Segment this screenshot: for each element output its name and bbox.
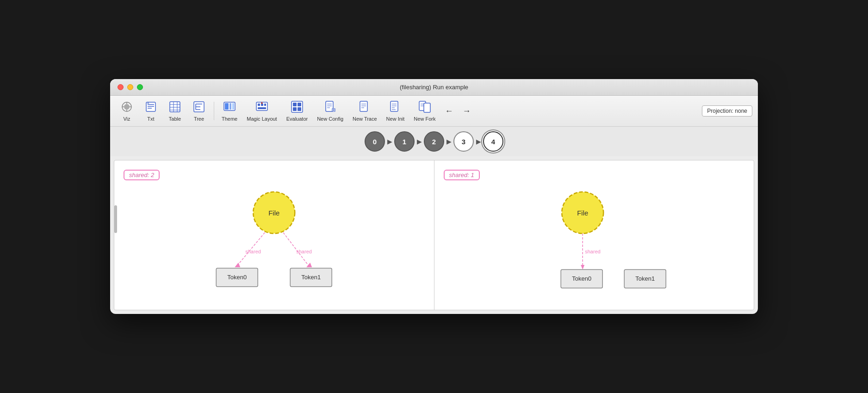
- maximize-button[interactable]: [137, 84, 143, 90]
- svg-text:shared: shared: [245, 249, 261, 254]
- node-0-label: 0: [373, 138, 377, 146]
- projection-button[interactable]: Projection: none: [702, 105, 752, 117]
- svg-marker-63: [306, 263, 312, 267]
- svg-rect-24: [229, 103, 231, 110]
- separator-1: [214, 102, 214, 120]
- new-fork-icon: [418, 100, 431, 115]
- new-fork-button[interactable]: New Fork: [410, 98, 439, 123]
- back-arrow-icon: ←: [445, 106, 453, 116]
- new-trace-icon: [358, 100, 371, 115]
- svg-rect-36: [298, 107, 301, 111]
- left-edge-token0: shared: [235, 233, 265, 267]
- svg-rect-25: [232, 103, 234, 110]
- node-3-label: 3: [462, 138, 465, 146]
- left-graph: File shared shared: [124, 180, 425, 301]
- minimize-button[interactable]: [127, 84, 133, 90]
- trace-node-4[interactable]: 4: [483, 131, 503, 152]
- tree-button[interactable]: Tree: [188, 98, 210, 123]
- svg-rect-23: [225, 103, 229, 110]
- evaluator-label: Evaluator: [286, 116, 308, 122]
- forward-arrow-icon: →: [462, 106, 471, 116]
- node-1-label: 1: [403, 138, 406, 146]
- evaluator-icon: [291, 100, 304, 115]
- new-init-icon: [389, 100, 402, 115]
- toolbar: Viz A Txt: [110, 96, 758, 127]
- tree-label: Tree: [194, 116, 204, 122]
- right-edge-token0: shared: [581, 233, 601, 270]
- window-title: (filesharing) Run example: [400, 84, 468, 91]
- svg-point-1: [124, 104, 130, 110]
- svg-rect-29: [264, 104, 266, 106]
- node-2-label: 2: [432, 138, 436, 146]
- arrow-0-1: ▶: [385, 138, 394, 145]
- left-graph-svg: File shared shared: [124, 180, 425, 301]
- new-init-button[interactable]: New Init: [383, 98, 409, 123]
- right-file-node[interactable]: File: [562, 192, 603, 233]
- arrow-2-3: ▶: [444, 138, 453, 145]
- svg-text:shared: shared: [585, 249, 601, 254]
- theme-button[interactable]: Theme: [218, 98, 241, 123]
- left-token1-node[interactable]: Token1: [290, 268, 332, 287]
- trace-node-0[interactable]: 0: [365, 131, 385, 152]
- new-trace-label: New Trace: [353, 116, 377, 122]
- back-button[interactable]: ←: [441, 104, 457, 118]
- svg-text:shared: shared: [296, 249, 312, 254]
- theme-label: Theme: [222, 116, 237, 122]
- close-button[interactable]: [118, 84, 124, 90]
- svg-text:Token1: Token1: [301, 274, 321, 281]
- left-shared-badge: shared: 2: [124, 170, 160, 180]
- new-init-label: New Init: [386, 116, 405, 122]
- table-label: Table: [169, 116, 181, 122]
- new-config-icon: [324, 100, 337, 115]
- svg-rect-33: [293, 103, 297, 106]
- txt-icon: A: [144, 100, 157, 115]
- txt-label: Txt: [147, 116, 154, 122]
- titlebar: (filesharing) Run example: [110, 79, 758, 96]
- table-button[interactable]: Table: [164, 98, 186, 123]
- main-window: (filesharing) Run example Viz: [110, 79, 758, 314]
- svg-marker-72: [581, 265, 584, 270]
- traffic-lights: [118, 84, 143, 90]
- node-4-label: 4: [491, 138, 495, 146]
- svg-rect-44: [360, 101, 367, 111]
- main-canvas: shared: 2 File shared: [114, 160, 754, 310]
- right-panel: shared: 1 File shared: [434, 160, 754, 310]
- trace-node-3[interactable]: 3: [453, 131, 474, 152]
- viz-button[interactable]: Viz: [116, 98, 138, 123]
- right-token0-node[interactable]: Token0: [561, 270, 602, 288]
- right-token1-node[interactable]: Token1: [624, 270, 666, 288]
- left-token0-node[interactable]: Token0: [216, 268, 258, 287]
- svg-text:File: File: [268, 209, 279, 217]
- svg-text:File: File: [577, 209, 588, 217]
- arrow-1-2: ▶: [415, 138, 424, 145]
- svg-rect-30: [258, 107, 266, 109]
- new-trace-button[interactable]: New Trace: [349, 98, 381, 123]
- svg-rect-34: [298, 103, 301, 106]
- svg-rect-28: [261, 104, 263, 106]
- svg-rect-27: [258, 104, 260, 106]
- right-graph: File shared Token0: [444, 180, 745, 301]
- viz-label: Viz: [123, 116, 130, 122]
- projection-label: Projection: none: [707, 108, 747, 114]
- forward-button[interactable]: →: [459, 104, 474, 118]
- evaluator-button[interactable]: Evaluator: [283, 98, 311, 123]
- right-graph-svg: File shared Token0: [444, 180, 745, 301]
- magic-layout-label: Magic Layout: [247, 116, 277, 122]
- svg-text:Token0: Token0: [572, 275, 591, 282]
- magic-layout-icon: [255, 100, 268, 115]
- timeline-container: 0 ▶ 1 ▶ 2 ▶ 3 ▶ 4: [110, 127, 758, 156]
- left-file-node[interactable]: File: [253, 192, 295, 233]
- timeline: 0 ▶ 1 ▶ 2 ▶ 3 ▶ 4: [365, 131, 503, 152]
- svg-rect-48: [391, 101, 398, 111]
- new-fork-label: New Fork: [414, 116, 435, 122]
- trace-node-2[interactable]: 2: [424, 131, 444, 152]
- theme-icon: [223, 100, 236, 115]
- magic-layout-button[interactable]: Magic Layout: [243, 98, 280, 123]
- tree-icon: [192, 100, 205, 115]
- txt-button[interactable]: A Txt: [140, 98, 162, 123]
- svg-rect-54: [424, 103, 430, 112]
- trace-node-1[interactable]: 1: [394, 131, 415, 152]
- svg-rect-35: [293, 107, 297, 111]
- new-config-button[interactable]: New Config: [313, 98, 347, 123]
- left-panel: shared: 2 File shared: [114, 160, 434, 310]
